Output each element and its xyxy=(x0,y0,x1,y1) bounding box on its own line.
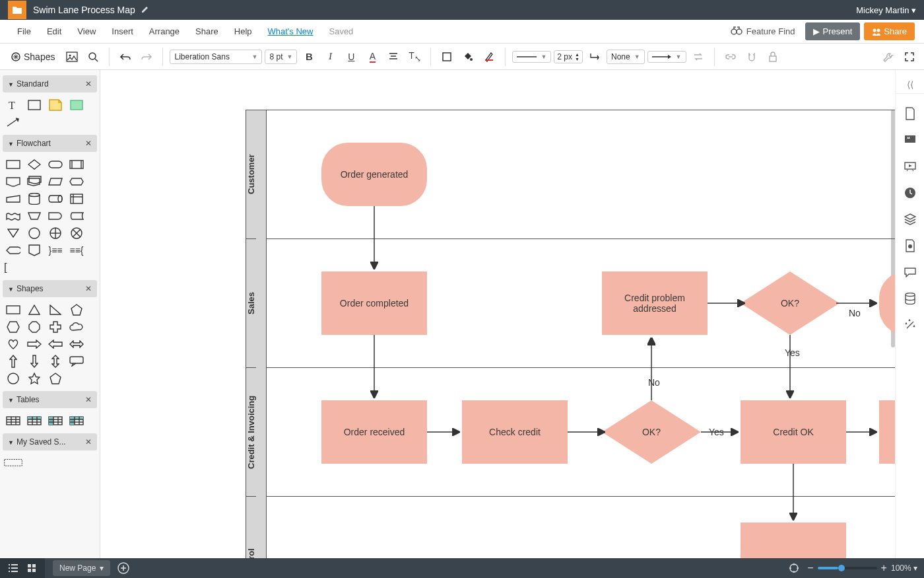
rail-history-icon[interactable] xyxy=(900,181,921,205)
fc-data-io[interactable] xyxy=(46,174,65,189)
fc-preparation[interactable] xyxy=(67,174,86,189)
font-family-select[interactable]: Liberation Sans▼ xyxy=(170,50,262,64)
redo-button[interactable] xyxy=(137,48,156,66)
shape-style-button[interactable] xyxy=(480,48,498,66)
fill-color-button[interactable] xyxy=(459,48,477,66)
close-icon[interactable]: ✕ xyxy=(85,437,92,447)
sh-arrow-up[interactable] xyxy=(4,354,22,369)
fc-bracket[interactable]: [ xyxy=(4,260,22,275)
search-button[interactable] xyxy=(84,48,102,66)
fc-decision[interactable] xyxy=(25,157,44,172)
rail-wand-icon[interactable] xyxy=(900,313,921,337)
sh-hexagon[interactable] xyxy=(4,320,22,334)
node-credit-ok[interactable]: Credit OK xyxy=(741,400,846,464)
menu-edit[interactable]: Edit xyxy=(39,21,69,42)
link-button[interactable] xyxy=(721,48,740,66)
rail-chat-icon[interactable] xyxy=(900,260,921,284)
panel-flowchart[interactable]: ▼Flowchart✕ xyxy=(3,135,97,152)
fc-document[interactable] xyxy=(4,174,22,189)
sh-heart[interactable] xyxy=(4,337,22,351)
rail-comment-icon[interactable]: ❝ xyxy=(900,128,921,152)
fc-stored-data[interactable] xyxy=(67,209,86,223)
zoom-in[interactable]: + xyxy=(881,562,887,574)
collapse-rail[interactable]: ⟨⟨ xyxy=(896,75,924,94)
fc-display[interactable] xyxy=(4,243,22,258)
fc-multidoc[interactable] xyxy=(25,174,44,189)
sh-rect[interactable] xyxy=(4,303,22,317)
close-icon[interactable]: ✕ xyxy=(85,79,92,89)
sh-arrow-right[interactable] xyxy=(25,337,44,351)
fc-manual-op[interactable] xyxy=(25,209,44,223)
image-button[interactable] xyxy=(63,48,81,66)
node-order-received[interactable]: Order received xyxy=(321,400,427,464)
rail-data-icon[interactable] xyxy=(900,287,921,310)
fc-database[interactable] xyxy=(25,192,44,206)
fc-summing[interactable] xyxy=(67,226,86,240)
add-page-button[interactable] xyxy=(114,559,133,577)
lane-customer[interactable]: Customer xyxy=(246,110,256,239)
document-title[interactable]: Swim Lane Process Map xyxy=(33,5,135,15)
fc-merge[interactable] xyxy=(4,226,22,240)
sh-poly[interactable] xyxy=(46,371,65,386)
shape-text[interactable]: T xyxy=(4,98,22,112)
bold-button[interactable]: B xyxy=(300,48,318,66)
fc-delay[interactable] xyxy=(46,209,65,223)
table-1[interactable] xyxy=(4,414,22,428)
node-credit-problem[interactable]: Credit problem addressed xyxy=(602,271,708,335)
sh-arrow-left[interactable] xyxy=(46,337,65,351)
align-button[interactable] xyxy=(384,48,403,66)
panel-saved[interactable]: ▼My Saved S...✕ xyxy=(3,433,97,451)
close-icon[interactable]: ✕ xyxy=(85,395,92,404)
node-ok-2[interactable]: OK? xyxy=(602,400,701,464)
panel-tables[interactable]: ▼Tables✕ xyxy=(3,391,97,408)
fc-internal-storage[interactable] xyxy=(67,192,86,206)
wrench-button[interactable] xyxy=(879,48,898,66)
zoom-target-icon[interactable] xyxy=(785,559,803,577)
sh-star[interactable] xyxy=(25,371,44,386)
rename-icon[interactable] xyxy=(141,5,150,16)
zoom-level[interactable]: 100% ▾ xyxy=(891,563,917,573)
zoom-out[interactable]: − xyxy=(807,562,813,574)
node-ok-1[interactable]: OK? xyxy=(741,271,840,335)
fc-manual-input[interactable] xyxy=(4,192,22,206)
text-color-button[interactable]: A xyxy=(363,48,381,66)
menu-help[interactable]: Help xyxy=(226,21,260,42)
sh-cross[interactable] xyxy=(46,320,65,334)
menu-arrange[interactable]: Arrange xyxy=(141,21,187,42)
underline-button[interactable]: U xyxy=(342,48,360,66)
sh-arrow-both-h[interactable] xyxy=(67,337,86,351)
node-order-completed[interactable]: Order completed xyxy=(321,271,427,335)
user-menu[interactable]: Mickey Martin ▾ xyxy=(856,5,916,15)
sh-arrow-down[interactable] xyxy=(25,354,44,369)
shapes-button[interactable]: Shapes xyxy=(5,49,60,65)
panel-standard[interactable]: ▼Standard✕ xyxy=(3,75,97,92)
fc-terminator[interactable] xyxy=(46,157,65,172)
lane-sales[interactable]: Sales xyxy=(246,239,256,368)
rail-page-icon[interactable] xyxy=(900,102,921,126)
italic-button[interactable]: I xyxy=(321,48,339,66)
node-order-generated[interactable]: Order generated xyxy=(321,143,427,206)
sh-arrow-both-v[interactable] xyxy=(46,354,65,369)
shape-rect[interactable] xyxy=(25,98,44,112)
fc-direct-data[interactable] xyxy=(46,192,65,206)
close-icon[interactable]: ✕ xyxy=(85,139,92,148)
feature-find[interactable]: Feature Find xyxy=(724,23,802,40)
menu-view[interactable]: View xyxy=(69,21,104,42)
table-2[interactable] xyxy=(25,414,44,428)
magnet-button[interactable] xyxy=(742,48,761,66)
menu-whats-new[interactable]: What's New xyxy=(260,21,321,42)
sh-callout[interactable] xyxy=(67,354,86,369)
line-start-select[interactable]: None▼ xyxy=(607,50,645,64)
swap-ends-button[interactable] xyxy=(689,48,708,66)
fc-brace-left[interactable]: ≡≡{ xyxy=(67,243,86,258)
sh-circle[interactable] xyxy=(4,371,22,386)
canvas[interactable]: Customer Sales Credit & Invoicing ontrol… xyxy=(100,70,895,558)
fc-paper-tape[interactable] xyxy=(4,209,22,223)
node-check-credit[interactable]: Check credit xyxy=(462,400,568,464)
folder-icon[interactable] xyxy=(8,1,26,19)
menu-share[interactable]: Share xyxy=(187,21,226,42)
saved-placeholder[interactable] xyxy=(4,456,22,470)
node-next-1[interactable] xyxy=(741,523,846,558)
menu-file[interactable]: File xyxy=(9,21,39,42)
shape-note[interactable] xyxy=(46,98,65,112)
